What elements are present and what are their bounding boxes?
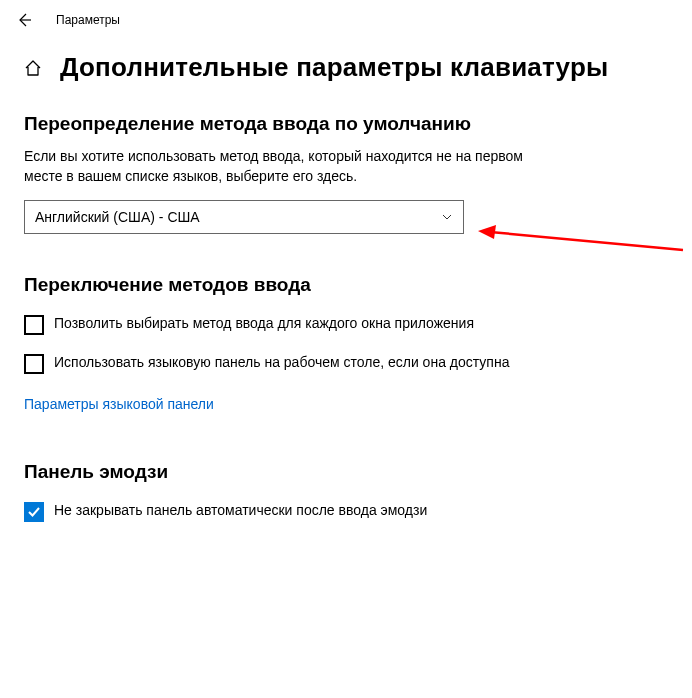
language-bar-settings-link[interactable]: Параметры языковой панели <box>24 396 214 412</box>
checkbox-box <box>24 354 44 374</box>
page-title: Дополнительные параметры клавиатуры <box>60 52 608 83</box>
section-emoji-heading: Панель эмодзи <box>24 461 668 483</box>
checkbox-emoji-panel-stay-open[interactable]: Не закрывать панель автоматически после … <box>24 501 544 522</box>
checkbox-box <box>24 315 44 335</box>
back-button[interactable] <box>8 4 40 36</box>
window-title: Параметры <box>56 13 120 27</box>
home-icon[interactable] <box>24 59 42 77</box>
checkbox-language-bar-desktop[interactable]: Использовать языковую панель на рабочем … <box>24 353 544 374</box>
checkbox-box-checked <box>24 502 44 522</box>
default-input-method-dropdown[interactable]: Английский (США) - США <box>24 200 464 234</box>
back-arrow-icon <box>16 12 32 28</box>
checkbox-label: Не закрывать панель автоматически после … <box>54 501 427 521</box>
section-switching-heading: Переключение методов ввода <box>24 274 668 296</box>
section-override-heading: Переопределение метода ввода по умолчани… <box>24 113 668 135</box>
checkbox-label: Позволить выбирать метод ввода для каждо… <box>54 314 474 334</box>
dropdown-selected-value: Английский (США) - США <box>35 209 200 225</box>
chevron-down-icon <box>441 211 453 223</box>
checkbox-per-window-input[interactable]: Позволить выбирать метод ввода для каждо… <box>24 314 544 335</box>
section-override-description: Если вы хотите использовать метод ввода,… <box>24 147 544 186</box>
checkbox-label: Использовать языковую панель на рабочем … <box>54 353 509 373</box>
